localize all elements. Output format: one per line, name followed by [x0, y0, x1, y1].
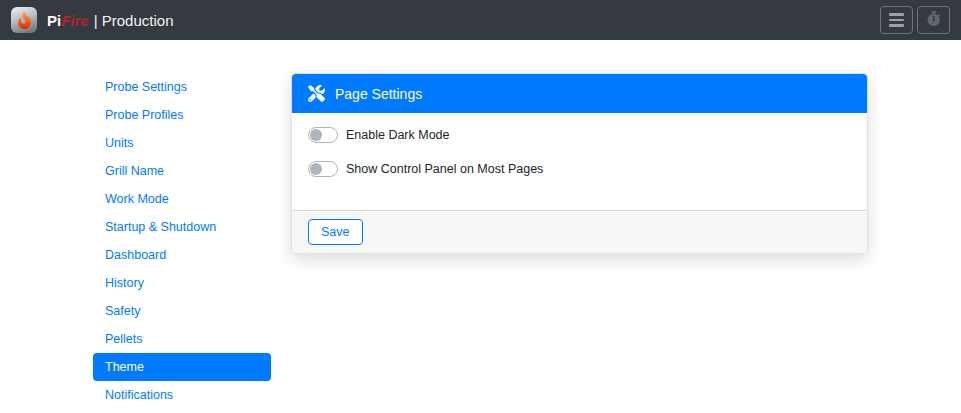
sidebar-item-startup-shutdown[interactable]: Startup & Shutdown [93, 213, 271, 241]
page-settings-card: Page Settings Enable Dark Mode Show Cont… [291, 73, 868, 254]
sidebar-item-work-mode[interactable]: Work Mode [93, 185, 271, 213]
sidebar-item-label: Dashboard [105, 248, 166, 262]
card-title: Page Settings [335, 86, 422, 102]
toggle-knob [310, 163, 322, 175]
settings-sidebar-nav: Probe Settings Probe Profiles Units Gril… [93, 73, 271, 409]
sidebar-item-pellets[interactable]: Pellets [93, 325, 271, 353]
sidebar-item-probe-profiles[interactable]: Probe Profiles [93, 101, 271, 129]
tools-icon [308, 85, 325, 102]
sidebar-item-theme[interactable]: Theme [93, 353, 271, 381]
brand-environment: | Production [94, 12, 174, 29]
sidebar-item-label: Safety [105, 304, 140, 318]
stopwatch-icon [927, 11, 940, 29]
sidebar-item-grill-name[interactable]: Grill Name [93, 157, 271, 185]
card-footer: Save [292, 210, 867, 253]
timer-button[interactable] [917, 6, 950, 34]
sidebar-item-label: Startup & Shutdown [105, 220, 216, 234]
sidebar-item-history[interactable]: History [93, 269, 271, 297]
sidebar-item-probe-settings[interactable]: Probe Settings [93, 73, 271, 101]
brand-pi: Pi [47, 12, 61, 29]
flame-logo-icon [17, 12, 32, 29]
sidebar-item-label: Units [105, 136, 133, 150]
toggle-knob [310, 129, 322, 141]
toggle-label: Enable Dark Mode [346, 128, 450, 142]
sidebar-item-label: Notifications [105, 388, 173, 402]
menu-bars-icon [889, 13, 904, 27]
app-logo [11, 7, 37, 33]
toggle-switch-show-control-panel-on-most-pages[interactable] [308, 161, 338, 177]
sidebar-item-safety[interactable]: Safety [93, 297, 271, 325]
menu-button[interactable] [880, 6, 913, 34]
save-button[interactable]: Save [308, 219, 363, 245]
sidebar-item-label: History [105, 276, 144, 290]
sidebar-item-label: Probe Profiles [105, 108, 184, 122]
sidebar-item-dashboard[interactable]: Dashboard [93, 241, 271, 269]
toggle-row: Show Control Panel on Most Pages [308, 160, 851, 178]
toggle-row: Enable Dark Mode [308, 126, 851, 144]
top-navbar: PiFire| Production [0, 0, 961, 40]
toggle-switch-enable-dark-mode[interactable] [308, 127, 338, 143]
sidebar-item-units[interactable]: Units [93, 129, 271, 157]
sidebar-item-label: Theme [105, 360, 144, 374]
sidebar-item-label: Grill Name [105, 164, 164, 178]
navbar-actions [880, 6, 950, 34]
brand[interactable]: PiFire| Production [47, 12, 173, 29]
card-body: Enable Dark Mode Show Control Panel on M… [292, 113, 867, 210]
toggle-label: Show Control Panel on Most Pages [346, 162, 543, 176]
sidebar-item-label: Probe Settings [105, 80, 187, 94]
sidebar-item-label: Work Mode [105, 192, 169, 206]
sidebar-item-label: Pellets [105, 332, 143, 346]
sidebar-item-notifications[interactable]: Notifications [93, 381, 271, 409]
card-header: Page Settings [292, 74, 867, 113]
brand-fire: Fire [61, 12, 89, 29]
